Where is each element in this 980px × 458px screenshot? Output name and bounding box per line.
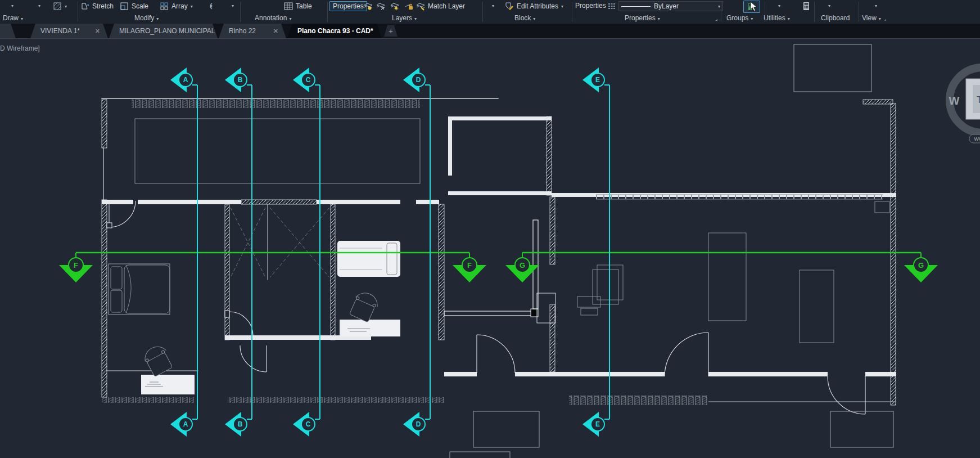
closet-marks — [231, 208, 329, 277]
block-flyout-arrow-icon[interactable] — [492, 3, 494, 8]
tab-milagro[interactable]: MILAGRO_PLANO MUNICIPAL* — [109, 24, 218, 38]
lock-icon — [404, 2, 413, 11]
marker-G-right: G — [904, 258, 938, 282]
marker-G-left: G — [505, 258, 539, 282]
marker-F-right: F — [453, 258, 486, 282]
file-tab-bar: VIVIENDA 1* MILAGRO_PLANO MUNICIPAL* Rin… — [0, 24, 980, 38]
island-2 — [800, 270, 834, 343]
tab-label: Plano Chacra 93 - CAD* — [297, 27, 373, 35]
stretch-button[interactable]: Stretch — [80, 2, 114, 11]
tab-close-icon[interactable] — [273, 28, 278, 35]
svg-text:C: C — [306, 420, 311, 428]
tab-close-icon[interactable] — [95, 28, 100, 35]
array-icon — [160, 2, 169, 11]
top-hatched-wall — [132, 100, 420, 108]
edit-attributes-icon — [505, 2, 514, 11]
array-dropdown-icon[interactable] — [191, 4, 193, 9]
properties-text: Properties — [575, 2, 606, 10]
svg-text:G: G — [918, 261, 924, 270]
edit-attributes-dropdown-icon[interactable] — [561, 4, 563, 9]
marker-B-top: B — [225, 68, 247, 92]
marker-D-top: D — [403, 68, 425, 92]
doors — [107, 201, 865, 414]
island-1 — [708, 233, 746, 321]
calculator-icon[interactable] — [802, 2, 811, 11]
tab-stub[interactable] — [0, 24, 16, 38]
view-flyout-arrow-icon[interactable] — [875, 3, 877, 8]
viewcube-west-label: W — [949, 95, 960, 107]
viewcube-top-label: T — [977, 95, 980, 105]
patio-outline — [135, 119, 420, 183]
svg-text:D: D — [416, 76, 421, 84]
marker-A-top: A — [170, 68, 192, 92]
hatch-icon — [53, 2, 62, 11]
svg-text:E: E — [595, 76, 600, 84]
make-current-layer-button[interactable] — [376, 2, 385, 11]
svg-text:F: F — [467, 261, 472, 270]
svg-text:A: A — [183, 420, 188, 428]
hatch-dropdown-icon[interactable] — [65, 4, 67, 9]
groups-panel-label[interactable]: Groups▾ — [726, 14, 753, 22]
fixture-small-2 — [581, 308, 598, 315]
utilities-flyout-arrow-icon[interactable] — [778, 3, 780, 8]
hatch-button[interactable] — [53, 2, 67, 11]
tab-label: MILAGRO_PLANO MUNICIPAL* — [119, 27, 218, 35]
viewport-control-label[interactable]: D Wireframe] — [0, 44, 40, 52]
bylayer-dropdown-icon[interactable] — [718, 4, 720, 9]
layer-properties-button[interactable]: Properties — [329, 1, 367, 11]
draw-flyout-arrow-icon[interactable] — [38, 3, 40, 8]
view-panel-label[interactable]: View▾⌟ — [862, 14, 887, 22]
annotation-panel-label[interactable]: Annotation▾ — [255, 14, 291, 22]
edit-attributes-button[interactable]: Edit Attributes — [505, 2, 563, 11]
color-bylayer-select[interactable]: ByLayer — [618, 1, 723, 11]
tab-rinho[interactable]: Rinho 22 — [219, 24, 286, 38]
svg-text:B: B — [238, 76, 243, 84]
layer-sun-icon — [390, 2, 399, 11]
offset-icon — [205, 2, 214, 11]
bottom-hatched-band — [569, 396, 708, 405]
properties-list-icon[interactable] — [607, 2, 616, 11]
modify-panel-label[interactable]: Modify▾ — [134, 14, 159, 22]
drawing-canvas[interactable]: D Wireframe] — [0, 38, 980, 458]
wcs-menu[interactable]: WC — [969, 134, 980, 143]
elevation-lines[interactable] — [76, 253, 921, 258]
scale-icon — [120, 2, 129, 11]
match-layer-button[interactable]: Match Layer — [416, 2, 465, 11]
tab-vivienda[interactable]: VIVIENDA 1* — [30, 24, 108, 38]
tab-label: Rinho 22 — [229, 27, 256, 35]
array-button[interactable]: Array — [160, 2, 193, 11]
layer-lock-button[interactable] — [404, 2, 413, 11]
utilities-panel-label[interactable]: Utilities▾ — [764, 14, 790, 22]
draw-panel-label[interactable]: Draw▾ — [3, 14, 23, 22]
floor-plan-drawing: F F G G — [0, 39, 980, 458]
marker-D-bottom: D — [403, 412, 425, 437]
viewcube[interactable]: W T WC — [949, 68, 980, 143]
svg-text:C: C — [306, 76, 311, 84]
color-swatch — [621, 6, 651, 7]
tab-plano-chacra-active[interactable]: Plano Chacra 93 - CAD* — [287, 24, 382, 38]
layer-on-off-button[interactable] — [364, 2, 373, 11]
draw-flyout-arrow-icon[interactable] — [11, 3, 13, 8]
scale-button[interactable]: Scale — [120, 2, 148, 11]
modify-extra-arrow-icon[interactable] — [232, 3, 234, 8]
small-table-1 — [593, 270, 618, 304]
layers-panel-label[interactable]: Layers▾ — [392, 14, 417, 22]
marker-E-bottom: E — [582, 412, 604, 437]
offset-button[interactable] — [205, 2, 214, 11]
chair-kitchen — [141, 343, 174, 378]
new-tab-button[interactable]: + — [384, 25, 398, 37]
properties-panel-label[interactable]: Properties▾ — [625, 14, 660, 22]
mouse-cursor — [750, 2, 758, 12]
clipboard-panel-label[interactable]: Clipboard — [821, 14, 850, 22]
marker-E-top: E — [582, 68, 604, 92]
fixture-right — [875, 201, 889, 213]
marker-A-bottom: A — [170, 412, 192, 437]
clipboard-flyout-arrow-icon[interactable] — [828, 3, 830, 8]
layer-freeze-button[interactable] — [390, 2, 399, 11]
table-button[interactable]: Table — [284, 2, 312, 11]
properties-expand-icon[interactable] — [715, 16, 717, 21]
block-panel-label[interactable]: Block▾ — [514, 14, 535, 22]
autocad-window: { "ribbon": { "draw": {"label": "Draw"},… — [0, 0, 980, 458]
tab-label: VIVIENDA 1* — [40, 27, 80, 35]
bed-left — [109, 264, 170, 315]
